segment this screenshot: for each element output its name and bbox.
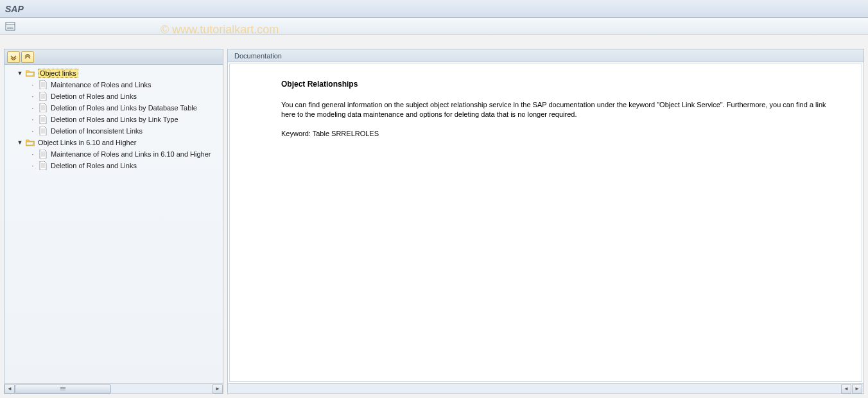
tree-label: Maintenance of Roles and Links [51, 81, 152, 89]
document-icon [38, 150, 48, 159]
scroll-right-button[interactable]: ► [213, 385, 223, 394]
scroll-left-button[interactable]: ◄ [4, 385, 15, 394]
nav-next-button[interactable]: ► [852, 385, 862, 394]
document-icon [38, 80, 48, 89]
folder-open-icon [25, 69, 35, 78]
document-icon [38, 92, 48, 101]
title-bar: SAP [0, 0, 868, 18]
tree-scrollbar-horizontal: ◄ ► [4, 383, 223, 394]
tree-bullet-icon: · [29, 103, 37, 112]
tree-bullet-icon: · [29, 126, 37, 135]
tree-label: Deletion of Roles and Links [51, 162, 137, 169]
tree-item[interactable]: · Maintenance of Roles and Links [6, 79, 221, 91]
window-title: SAP [5, 4, 24, 14]
documentation-content: Object Relationships You can find genera… [229, 64, 862, 382]
main-container: ▼ Object links · Maintenance of Roles an… [0, 46, 868, 398]
folder-open-icon [25, 138, 35, 147]
documentation-header: Documentation [228, 49, 864, 62]
menu-icon[interactable] [5, 22, 15, 31]
tree-label: Maintenance of Roles and Links in 6.10 a… [51, 150, 211, 158]
tree-panel: ▼ Object links · Maintenance of Roles an… [4, 49, 223, 394]
tree-bullet-icon: · [29, 92, 37, 101]
nav-prev-button[interactable]: ◄ [841, 385, 851, 394]
documentation-panel-title: Documentation [234, 52, 282, 60]
tree-toggle-icon[interactable]: ▼ [16, 69, 24, 77]
tree-item[interactable]: · Deletion of Roles and Links [6, 160, 221, 171]
tree-item[interactable]: · Deletion of Roles and Links [6, 91, 221, 102]
scroll-track[interactable] [15, 385, 213, 394]
expand-all-button[interactable] [7, 51, 20, 63]
tree-bullet-icon: · [29, 80, 37, 89]
document-icon [38, 161, 48, 170]
menu-bar [0, 18, 868, 35]
scroll-thumb[interactable] [15, 385, 111, 394]
tree-folder-object-links[interactable]: ▼ Object links [6, 67, 221, 79]
tree-toolbar [4, 49, 223, 65]
tree-item[interactable]: · Deletion of Roles and Links by Link Ty… [6, 114, 221, 125]
tree-bullet-icon: · [29, 150, 37, 159]
collapse-all-button[interactable] [21, 51, 34, 63]
documentation-paragraph: You can find general information on the … [281, 100, 827, 120]
toolbar-spacer [0, 35, 868, 46]
tree-item[interactable]: · Deletion of Inconsistent Links [6, 125, 221, 137]
tree-label: Object Links in 6.10 and Higher [38, 139, 136, 146]
tree-label: Deletion of Roles and Links by Link Type [51, 116, 178, 123]
tree-label: Deletion of Roles and Links [51, 92, 137, 100]
svg-rect-0 [6, 22, 15, 30]
tree-label: Deletion of Roles and Links by Database … [51, 104, 197, 112]
tree-container: ▼ Object links · Maintenance of Roles an… [4, 65, 223, 383]
document-icon [38, 126, 48, 135]
documentation-panel: Documentation Object Relationships You c… [227, 49, 864, 394]
documentation-keyword: Keyword: Table SRRELROLES [281, 129, 827, 139]
tree-label: Deletion of Inconsistent Links [51, 127, 143, 135]
document-icon [38, 115, 48, 124]
document-icon [38, 103, 48, 112]
tree-item[interactable]: · Deletion of Roles and Links by Databas… [6, 102, 221, 114]
tree-toggle-icon[interactable]: ▼ [16, 139, 24, 146]
tree-folder-object-links-610[interactable]: ▼ Object Links in 6.10 and Higher [6, 137, 221, 148]
tree-item[interactable]: · Maintenance of Roles and Links in 6.10… [6, 148, 221, 160]
tree-bullet-icon: · [29, 115, 37, 124]
tree-label: Object links [38, 69, 78, 78]
documentation-title: Object Relationships [281, 80, 849, 89]
tree-bullet-icon: · [29, 161, 37, 170]
documentation-nav-bar: ◄ ► [228, 383, 864, 394]
